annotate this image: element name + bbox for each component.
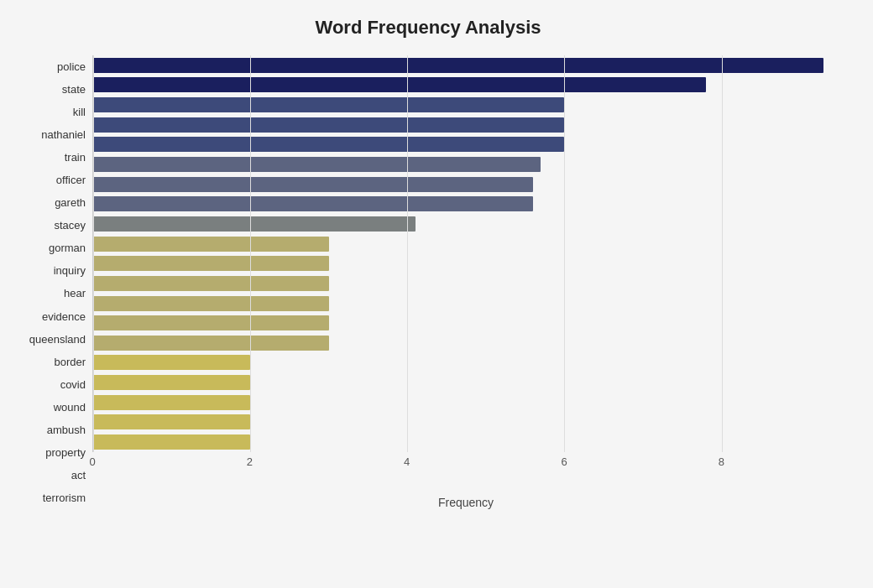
bar-row	[93, 393, 839, 412]
x-tick: 4	[404, 455, 410, 468]
y-label: evidence	[17, 311, 86, 322]
x-tick: 6	[561, 455, 567, 468]
bar-row	[93, 116, 839, 134]
bar	[93, 177, 533, 192]
bar-row	[93, 195, 839, 213]
bar	[93, 355, 250, 370]
bar-row	[93, 215, 839, 233]
bar	[93, 77, 706, 92]
chart-title: Word Frequency Analysis	[17, 17, 839, 39]
bar-row	[93, 353, 839, 372]
bar	[93, 117, 564, 133]
y-label: nathaniel	[17, 129, 86, 140]
bar-row	[93, 314, 839, 332]
bar	[93, 434, 250, 450]
x-axis-label: Frequency	[92, 496, 839, 509]
bar-row	[93, 433, 839, 451]
bar	[93, 137, 564, 152]
bar-row	[93, 175, 839, 194]
bar-row	[93, 373, 839, 392]
y-label: border	[17, 356, 86, 367]
y-label: queensland	[17, 334, 86, 345]
y-label: stacey	[17, 220, 86, 231]
bar	[93, 157, 541, 172]
y-label: act	[17, 470, 86, 481]
y-label: property	[17, 447, 86, 458]
y-label: covid	[17, 379, 86, 390]
bar	[93, 216, 416, 232]
y-label: gareth	[17, 197, 86, 208]
bar-row	[93, 75, 839, 94]
bar	[93, 395, 250, 410]
x-tick: 2	[247, 455, 253, 468]
bar	[93, 375, 250, 390]
bar-row	[93, 294, 839, 313]
bar-row	[93, 96, 839, 114]
x-tick: 0	[89, 455, 95, 468]
y-label: ambush	[17, 424, 86, 435]
bar-row	[93, 56, 839, 75]
bar	[93, 237, 329, 252]
y-label: inquiry	[17, 265, 86, 276]
bar	[93, 97, 564, 112]
bar-row	[93, 155, 839, 174]
bar	[93, 296, 329, 311]
bar-row	[93, 254, 839, 273]
y-label: gorman	[17, 242, 86, 253]
y-label: kill	[17, 107, 86, 117]
y-label: state	[17, 84, 86, 95]
y-label: hear	[17, 288, 86, 299]
y-label: train	[17, 152, 86, 163]
y-label: wound	[17, 402, 86, 413]
bar-row	[93, 334, 839, 352]
bar	[93, 196, 533, 211]
x-tick: 8	[719, 455, 724, 468]
bar	[93, 414, 250, 429]
bar-row	[93, 413, 839, 431]
y-axis: policestatekillnathanieltrainofficergare…	[17, 55, 92, 509]
bar	[93, 58, 823, 73]
y-label: terrorism	[17, 492, 86, 503]
chart-area: policestatekillnathanieltrainofficergare…	[17, 55, 839, 509]
y-label: officer	[17, 174, 86, 185]
bar	[93, 276, 329, 291]
bar	[93, 256, 329, 271]
bar	[93, 315, 329, 330]
bar-row	[93, 235, 839, 253]
plot-area	[92, 55, 839, 452]
chart-container: Word Frequency Analysis policestatekilln…	[0, 0, 873, 588]
bar-row	[93, 274, 839, 293]
bar-row	[93, 135, 839, 154]
bar	[93, 336, 329, 351]
y-label: police	[17, 61, 86, 72]
